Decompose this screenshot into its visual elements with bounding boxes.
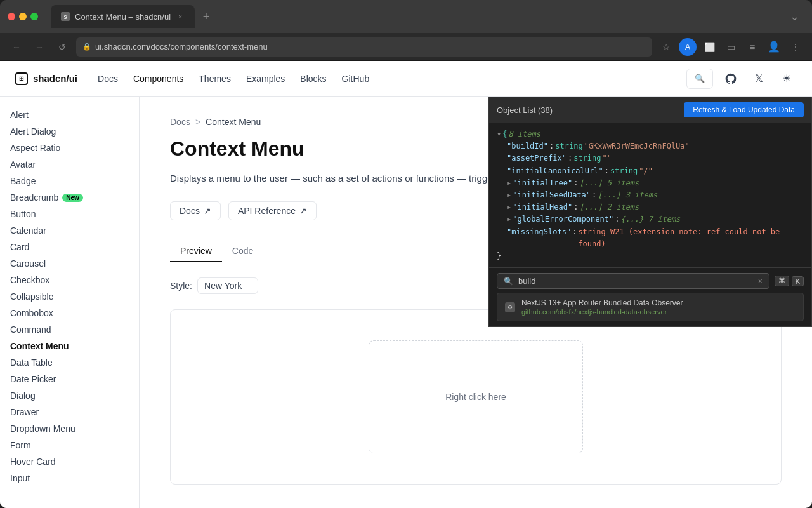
header-right: 🔍 𝕏 ☀ [686,69,797,89]
search-clear-icon[interactable]: × [758,277,763,286]
sidebar-item-context-menu[interactable]: Context Menu [0,338,139,354]
new-tab-button[interactable]: + [197,8,215,25]
sidebar-item-alert-dialog[interactable]: Alert Dialog [0,123,139,140]
sidebar-item-alert[interactable]: Alert [0,107,139,123]
forward-button[interactable]: → [30,38,48,56]
back-button[interactable]: ← [8,38,25,56]
suggestion-title: NextJS 13+ App Router Bundled Data Obser… [521,298,683,307]
suggestion-item[interactable]: ⚙ NextJS 13+ App Router Bundled Data Obs… [497,293,803,321]
browser-tab[interactable]: s Context Menu – shadcn/ui × [51,5,195,28]
sidebar-item-collapsible[interactable]: Collapsible [0,288,139,305]
search-row: 🔍 × ⌘ K [497,273,804,289]
tab-close-btn[interactable]: × [176,12,185,21]
nav-themes[interactable]: Themes [199,74,231,84]
nav-actions: ☆ A ⬜ ▭ ≡ 👤 ⋮ [657,38,804,56]
sidebar-item-aspect-ratio[interactable]: Aspect Ratio [0,140,139,156]
extension-icon[interactable]: ⬜ [700,38,718,56]
profile-icon[interactable]: A [679,38,697,56]
expand-initialHead-icon[interactable]: ▸ [507,201,511,213]
security-lock-icon: 🔒 [82,43,91,51]
sidebar-item-command[interactable]: Command [0,321,139,338]
devtools-search-input[interactable] [518,276,753,286]
tab-favicon: s [61,12,70,21]
nav-components[interactable]: Components [133,74,183,84]
more-options-icon[interactable]: ⋮ [787,38,804,56]
breadcrumb-parent[interactable]: Docs [170,117,190,127]
logo-icon: ⊞ [15,72,28,85]
external-link-icon: ↗ [204,206,211,216]
json-assetPrefix: "assetPrefix": string "" [507,152,804,164]
search-header-icon[interactable]: 🔍 [686,69,713,89]
sidebar-item-button[interactable]: Button [0,206,139,222]
sidebar-item-combobox[interactable]: Combobox [0,305,139,321]
json-tree: ▾ { 8 items "buildId": string "GKxWwR3rW… [489,123,811,267]
traffic-lights [8,13,38,20]
minimize-button[interactable] [19,13,27,20]
reader-icon[interactable]: ≡ [743,38,761,56]
json-initialTree: ▸ "initialTree": [...] 5 items [507,177,804,189]
sidebar-item-calendar[interactable]: Calendar [0,222,139,239]
site-nav: Docs Components Themes Examples Blocks G… [98,74,369,84]
close-button[interactable] [8,13,15,20]
expand-seedData-icon[interactable]: ▸ [507,189,511,201]
suggestion-icon: ⚙ [505,302,515,312]
sidebar: Alert Alert Dialog Aspect Ratio Avatar B… [0,97,140,508]
sidebar-item-input[interactable]: Input [0,470,139,486]
devtools-body: ▾ { 8 items "buildId": string "GKxWwR3rW… [489,123,811,326]
sidebar-item-date-picker[interactable]: Date Picker [0,371,139,387]
sidebar-item-hover-card[interactable]: Hover Card [0,453,139,470]
json-initialCanonicalUrl: "initialCanonicalUrl": string "/" [507,165,804,177]
json-buildId: "buildId": string "GKxWwR3rWEmcJcRnFQlUa… [507,140,804,152]
keyboard-shortcut-badge: ⌘ K [775,276,804,286]
twitter-header-icon[interactable]: 𝕏 [749,69,769,89]
new-badge: New [62,194,83,202]
user-avatar[interactable]: 👤 [765,38,783,56]
refresh-load-button[interactable]: Refresh & Load Updated Data [684,102,804,117]
sidebar-item-avatar[interactable]: Avatar [0,156,139,173]
json-root: ▾ { 8 items [497,128,804,140]
expand-arrow-icon[interactable]: ▾ [497,128,501,140]
json-close-brace: } [497,250,804,262]
sidebar-item-dropdown-menu[interactable]: Dropdown Menu [0,420,139,437]
sidebar-item-form[interactable]: Form [0,437,139,453]
style-select[interactable]: Default New York [197,277,258,294]
sidebar-item-data-table[interactable]: Data Table [0,354,139,371]
fullscreen-button[interactable] [30,13,38,20]
api-reference-button[interactable]: API Reference ↗ [228,201,317,220]
tab-code[interactable]: Code [222,241,263,262]
site-logo[interactable]: ⊞ shadcn/ui [15,72,77,85]
sidebar-item-card[interactable]: Card [0,239,139,255]
search-magnifier-icon: 🔍 [695,74,705,83]
bookmark-star-icon[interactable]: ☆ [657,38,675,56]
nav-docs[interactable]: Docs [98,74,118,84]
reload-button[interactable]: ↺ [53,38,71,56]
sidebar-item-badge[interactable]: Badge [0,173,139,189]
site-header: ⊞ shadcn/ui Docs Components Themes Examp… [0,61,812,97]
window-collapse-icon[interactable]: ⌄ [785,7,804,26]
nav-examples[interactable]: Examples [246,74,285,84]
sidebar-item-carousel[interactable]: Carousel [0,255,139,272]
sidebar-item-drawer[interactable]: Drawer [0,404,139,420]
nav-blocks[interactable]: Blocks [300,74,326,84]
search-input-wrapper[interactable]: 🔍 × [497,273,769,289]
tab-area: s Context Menu – shadcn/ui × + [51,5,780,28]
docs-link-button[interactable]: Docs ↗ [170,201,221,220]
sidebar-item-dialog[interactable]: Dialog [0,387,139,404]
github-header-icon[interactable] [721,69,741,89]
suggestion-content: NextJS 13+ App Router Bundled Data Obser… [521,298,683,316]
style-label: Style: [170,281,192,291]
page-content: ⊞ shadcn/ui Docs Components Themes Examp… [0,61,812,508]
json-content: "buildId": string "GKxWwR3rWEmcJcRnFQlUa… [497,140,804,250]
content-area: Docs > Context Menu Context Menu Display… [140,97,812,508]
json-missingSlots: "missingSlots": string W21 (extension-no… [507,226,804,250]
nav-github[interactable]: GitHub [342,74,370,84]
sidebar-item-checkbox[interactable]: Checkbox [0,272,139,288]
tab-preview[interactable]: Preview [170,241,222,262]
cast-icon[interactable]: ▭ [722,38,740,56]
expand-initialTree-icon[interactable]: ▸ [507,177,511,189]
address-bar[interactable]: 🔒 ui.shadcn.com/docs/components/context-… [76,37,652,57]
expand-globalError-icon[interactable]: ▸ [507,213,511,225]
theme-toggle-icon[interactable]: ☀ [776,69,797,89]
sidebar-item-breadcrumb[interactable]: Breadcrumb New [0,189,139,206]
right-click-area[interactable]: Right click here [369,340,583,453]
